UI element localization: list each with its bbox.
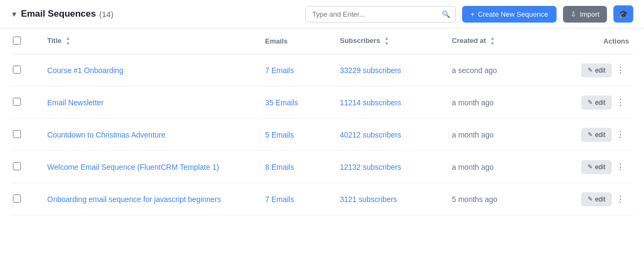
flag-button[interactable]: 🎓 (613, 5, 633, 23)
table-row: Course #1 Onboarding 7 Emails 33229 subs… (11, 54, 633, 86)
more-options-button[interactable]: ⋮ (615, 160, 626, 174)
row-title-cell: Welcome Email Sequence (FluentCRM Templa… (42, 151, 260, 183)
row-subscribers-cell: 40212 subscribers (334, 119, 447, 151)
row-checkbox-cell (11, 151, 42, 183)
emails-count: 35 Emails (265, 98, 298, 107)
table-row: Welcome Email Sequence (FluentCRM Templa… (11, 151, 633, 183)
row-checkbox-cell (11, 183, 42, 215)
table-row: Email Newsletter 35 Emails 11214 subscri… (11, 86, 633, 119)
subscribers-count: 12132 subscribers (340, 163, 401, 171)
sequences-table-container: Title ▲▼ Emails Subscribers ▲▼ Created a… (0, 28, 644, 215)
row-checkbox-1[interactable] (13, 98, 21, 106)
sequence-title-link[interactable]: Welcome Email Sequence (FluentCRM Templa… (47, 163, 219, 171)
title-sort-icon: ▲▼ (65, 36, 70, 46)
edit-button[interactable]: ✎ edit (581, 63, 612, 77)
row-actions-cell: ✎ edit ⋮ (559, 86, 633, 119)
subscribers-count: 33229 subscribers (340, 66, 401, 75)
row-checkbox-cell (11, 119, 42, 151)
select-all-checkbox[interactable] (13, 37, 21, 45)
edit-button[interactable]: ✎ edit (581, 96, 612, 110)
ellipsis-icon: ⋮ (616, 65, 625, 75)
subscribers-count: 40212 subscribers (340, 131, 401, 139)
edit-label: edit (595, 67, 605, 74)
header-created-at[interactable]: Created at ▲▼ (447, 28, 559, 54)
row-created-cell: a month ago (447, 151, 559, 183)
ellipsis-icon: ⋮ (616, 194, 625, 204)
more-options-button[interactable]: ⋮ (615, 63, 626, 77)
import-icon: ⇩ (570, 10, 576, 18)
ellipsis-icon: ⋮ (616, 97, 625, 107)
chevron-down-icon: ▼ (11, 10, 18, 18)
row-emails-cell: 8 Emails (260, 151, 334, 183)
emails-count: 8 Emails (265, 163, 294, 171)
edit-label: edit (595, 163, 605, 171)
sequence-title-link[interactable]: Countdown to Christmas Adventure (47, 131, 165, 139)
import-button[interactable]: ⇩ Import (563, 6, 607, 23)
table-row: Onboarding email sequence for javascript… (11, 183, 633, 215)
edit-label: edit (595, 99, 605, 106)
more-options-button[interactable]: ⋮ (615, 127, 626, 142)
created-sort-icon: ▲▼ (490, 36, 495, 46)
row-checkbox-cell (11, 54, 42, 86)
pencil-icon: ✎ (588, 99, 592, 106)
page-header: ▼ Email Sequences (14) 🔍 + Create New Se… (0, 0, 644, 28)
created-at-value: a second ago (452, 66, 497, 75)
more-options-button[interactable]: ⋮ (615, 95, 626, 110)
plus-icon: + (471, 10, 475, 18)
table-header-row: Title ▲▼ Emails Subscribers ▲▼ Created a… (11, 28, 633, 54)
row-created-cell: a month ago (447, 119, 559, 151)
ellipsis-icon: ⋮ (616, 129, 625, 140)
created-at-value: a month ago (452, 163, 494, 171)
pencil-icon: ✎ (588, 163, 592, 170)
row-actions-cell: ✎ edit ⋮ (559, 151, 633, 183)
sequence-count: (14) (99, 10, 114, 19)
search-input[interactable] (305, 6, 456, 23)
table-row: Countdown to Christmas Adventure 5 Email… (11, 119, 633, 151)
subscribers-count: 3121 subscribers (340, 195, 397, 204)
row-created-cell: a month ago (447, 86, 559, 119)
row-checkbox-2[interactable] (13, 130, 21, 138)
more-options-button[interactable]: ⋮ (615, 192, 626, 206)
search-icon: 🔍 (442, 10, 450, 18)
row-emails-cell: 35 Emails (260, 86, 334, 119)
row-emails-cell: 5 Emails (260, 119, 334, 151)
row-title-cell: Email Newsletter (42, 86, 260, 119)
created-at-value: a month ago (452, 98, 494, 107)
emails-count: 7 Emails (265, 66, 294, 75)
subscribers-count: 11214 subscribers (340, 98, 401, 107)
emails-count: 5 Emails (265, 131, 294, 139)
row-subscribers-cell: 11214 subscribers (334, 86, 447, 119)
row-title-cell: Countdown to Christmas Adventure (42, 119, 260, 151)
edit-button[interactable]: ✎ edit (581, 160, 612, 174)
sequence-title-link[interactable]: Onboarding email sequence for javascript… (47, 195, 221, 204)
row-subscribers-cell: 12132 subscribers (334, 151, 447, 183)
created-at-value: a month ago (452, 131, 494, 139)
pencil-icon: ✎ (588, 196, 592, 203)
row-emails-cell: 7 Emails (260, 183, 334, 215)
header-checkbox-cell (11, 28, 42, 54)
row-actions-cell: ✎ edit ⋮ (559, 183, 633, 215)
header-subscribers[interactable]: Subscribers ▲▼ (334, 28, 447, 54)
row-created-cell: 5 months ago (447, 183, 559, 215)
pencil-icon: ✎ (588, 131, 592, 138)
header-title[interactable]: Title ▲▼ (42, 28, 260, 54)
subscribers-sort-icon: ▲▼ (384, 36, 389, 46)
sequence-title-link[interactable]: Course #1 Onboarding (47, 66, 123, 75)
row-checkbox-0[interactable] (13, 66, 21, 74)
row-checkbox-cell (11, 86, 42, 119)
title-text: Email Sequences (21, 9, 96, 19)
edit-label: edit (595, 131, 605, 139)
create-sequence-button[interactable]: + Create New Sequence (462, 6, 557, 23)
row-actions-cell: ✎ edit ⋮ (559, 54, 633, 86)
pencil-icon: ✎ (588, 67, 592, 74)
row-checkbox-3[interactable] (13, 162, 21, 170)
edit-button[interactable]: ✎ edit (581, 128, 612, 142)
sequence-title-link[interactable]: Email Newsletter (47, 98, 104, 107)
header-emails: Emails (260, 28, 334, 54)
edit-button[interactable]: ✎ edit (581, 192, 612, 206)
page-title: ▼ Email Sequences (14) (11, 9, 113, 19)
row-subscribers-cell: 3121 subscribers (334, 183, 447, 215)
created-at-value: 5 months ago (452, 195, 497, 204)
row-title-cell: Onboarding email sequence for javascript… (42, 183, 260, 215)
row-checkbox-4[interactable] (13, 194, 21, 203)
